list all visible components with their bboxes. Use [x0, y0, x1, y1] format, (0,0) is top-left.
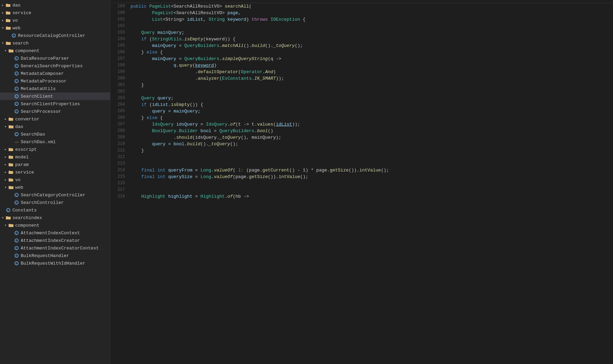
usage-bar: [110, 0, 613, 3]
line-number: 206: [113, 115, 125, 121]
svg-rect-38: [9, 148, 13, 151]
sidebar-item-AttachmentIndexCreator[interactable]: CAttachmentIndexCreator: [0, 237, 110, 244]
sidebar-item-SearchProcessor[interactable]: CSearchProcessor: [0, 108, 110, 115]
sidebar-item-component-si[interactable]: component: [0, 222, 110, 229]
sidebar-item-BulkRequestHandler[interactable]: CBulkRequestHandler: [0, 252, 110, 259]
tree-item-label: ResourceCatalogController: [18, 33, 85, 38]
class-icon: C: [14, 94, 19, 99]
svg-rect-33: [9, 126, 13, 128]
sidebar-item-convertor[interactable]: convertor: [0, 115, 110, 123]
code-line: if (StringUtils.isEmpty(keyword)) {: [130, 36, 613, 42]
class-icon: C: [14, 56, 19, 61]
sidebar-item-service-search[interactable]: service: [0, 168, 110, 176]
sidebar-item-SearchDao.xml[interactable]: </>SearchDao.xml: [0, 138, 110, 146]
folder-icon: [8, 177, 14, 183]
sidebar-item-search[interactable]: search: [0, 39, 110, 47]
svg-text:C: C: [16, 57, 17, 60]
svg-rect-44: [9, 171, 13, 174]
tree-item-label: param: [15, 162, 29, 167]
line-number: 209: [113, 134, 125, 141]
sidebar-item-AttachmentIndexContext[interactable]: CAttachmentIndexContext: [0, 229, 110, 237]
code-line: if (idList.isEmpty()) {: [130, 101, 613, 108]
class-icon: C: [14, 192, 19, 198]
code-lines: public PageList<SearchAllResultVO> searc…: [128, 3, 613, 364]
svg-text:C: C: [7, 209, 9, 212]
tree-item-label: SearchClient: [21, 94, 53, 99]
line-numbers: 1891901911921931941951961971981992002012…: [110, 3, 128, 364]
tree-item-label: dao: [12, 3, 20, 8]
svg-rect-48: [9, 186, 13, 189]
sidebar-item-MetadataProcessor[interactable]: CMetadataProcessor: [0, 77, 110, 85]
line-number: 201: [113, 82, 125, 88]
sidebar-item-GeneralSearchProperties[interactable]: CGeneralSearchProperties: [0, 62, 110, 70]
line-number: 195: [113, 42, 125, 49]
svg-rect-3: [6, 12, 10, 14]
sidebar-item-searchindex[interactable]: searchindex: [0, 214, 110, 222]
sidebar-item-MetadataComposer[interactable]: CMetadataComposer: [0, 70, 110, 77]
svg-text:C: C: [16, 88, 17, 91]
sidebar-item-Constants[interactable]: CConstants: [0, 206, 110, 214]
tree-item-label: dao: [15, 124, 23, 129]
sidebar-item-DataResourceParser[interactable]: CDataResourceParser: [0, 55, 110, 62]
class-icon: C: [6, 207, 11, 213]
tree-item-label: AttachmentIndexCreator: [21, 238, 80, 243]
file-tree: daoservicevoweb CResourceCatalogControll…: [0, 0, 110, 364]
code-line: final int querySize = Long.valueOf(page.…: [130, 174, 613, 180]
line-number: 190: [113, 10, 125, 16]
code-line: [130, 187, 613, 193]
tree-item-label: SearchDao: [21, 132, 45, 137]
arrow-icon: [0, 18, 6, 22]
arrow-icon: [3, 163, 8, 167]
class-icon: C: [14, 71, 19, 76]
arrow-icon: [0, 3, 6, 7]
sidebar-item-web-search[interactable]: web: [0, 184, 110, 191]
class-icon: C: [14, 230, 19, 236]
arrow-icon: [0, 26, 6, 30]
tree-item-label: web: [15, 185, 23, 190]
code-line: [130, 23, 613, 29]
arrow-icon: [3, 117, 8, 121]
folder-open-icon: [8, 223, 14, 228]
sidebar-item-component[interactable]: component: [0, 47, 110, 55]
sidebar-item-vo-search[interactable]: vo: [0, 176, 110, 184]
code-line: .analyzer(EsConstants.IK_SMART));: [130, 75, 613, 82]
sidebar-item-SearchClient[interactable]: CSearchClient: [0, 92, 110, 100]
code-line: .should(idsQuery._toQuery(), mainQuery);: [130, 134, 613, 141]
sidebar-item-SearchDao[interactable]: CSearchDao: [0, 130, 110, 138]
line-number: 218: [113, 193, 125, 200]
sidebar-item-dao-search[interactable]: dao: [0, 123, 110, 130]
code-line: [130, 180, 613, 187]
sidebar-item-SearchCategoryController[interactable]: CSearchCategoryController: [0, 191, 110, 199]
sidebar-item-param[interactable]: param: [0, 161, 110, 168]
line-number: 215: [113, 174, 125, 180]
sidebar-item-MetadataUtils[interactable]: CMetadataUtils: [0, 85, 110, 92]
svg-rect-58: [9, 224, 13, 227]
svg-rect-46: [9, 179, 13, 181]
tree-item-label: MetadataUtils: [21, 86, 56, 91]
sidebar-item-dao-top[interactable]: dao: [0, 1, 110, 9]
sidebar-item-BulkRequestWithIdHandler[interactable]: CBulkRequestWithIdHandler: [0, 259, 110, 267]
tree-item-label: DataResourceParser: [21, 56, 69, 61]
sidebar-item-model[interactable]: model: [0, 153, 110, 161]
folder-icon: [8, 147, 14, 152]
sidebar-item-vo-top[interactable]: vo: [0, 17, 110, 24]
sidebar-item-AttachmentIndexCreatorContext[interactable]: CAttachmentIndexCreatorContext: [0, 244, 110, 252]
sidebar-item-web-top[interactable]: web: [0, 24, 110, 32]
folder-open-icon: [8, 124, 14, 129]
tree-item-label: MetadataProcessor: [21, 79, 67, 84]
folder-icon: [8, 116, 14, 122]
tree-item-label: Constants: [12, 208, 37, 213]
arrow-icon: [3, 170, 8, 174]
line-number: 194: [113, 36, 125, 42]
svg-text:C: C: [16, 95, 17, 98]
sidebar-item-SearchClientProperties[interactable]: CSearchClientProperties: [0, 100, 110, 108]
xml-icon: </>: [14, 139, 19, 145]
code-line: Query mainQuery;: [130, 29, 613, 36]
folder-open-icon: [8, 48, 14, 53]
sidebar-item-service-top[interactable]: service: [0, 9, 110, 17]
sidebar-item-esscript[interactable]: esscript: [0, 146, 110, 153]
sidebar-item-SearchController[interactable]: CSearchController: [0, 199, 110, 206]
folder-icon: [8, 162, 14, 167]
sidebar-item-ResourceCatalogController[interactable]: CResourceCatalogController: [0, 32, 110, 39]
svg-text:C: C: [16, 255, 17, 258]
